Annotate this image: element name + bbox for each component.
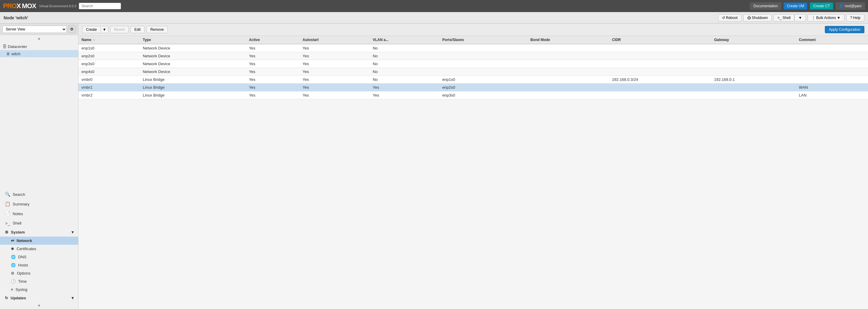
nav-dns[interactable]: 🌐 DNS	[0, 253, 78, 261]
nav-shell[interactable]: >_ Shell	[0, 218, 78, 228]
remove-button[interactable]: Remove	[146, 26, 168, 33]
table-row[interactable]: enp4s0Network DeviceYesYesNo	[79, 68, 868, 76]
reboot-button[interactable]: ↺ Reboot	[718, 14, 742, 22]
apply-config-button[interactable]: Apply Configuration	[825, 26, 864, 33]
nav-system-group[interactable]: ⚙ System ▼	[0, 228, 78, 237]
nav-updates-group[interactable]: ↻ Updates ▼	[0, 293, 78, 302]
updates-icon: ↻	[5, 296, 8, 300]
updates-arrow-icon: ▼	[71, 296, 74, 300]
cell-cidr	[609, 68, 711, 76]
user-button[interactable]: 👤 root@pam	[836, 2, 865, 10]
nav-certificates-label: Certificates	[17, 247, 36, 251]
cell-active: Yes	[246, 60, 300, 68]
col-gateway[interactable]: Gateway	[711, 36, 796, 44]
hosts-icon: 🌐	[11, 263, 16, 267]
cell-ports	[439, 68, 527, 76]
col-active[interactable]: Active	[246, 36, 300, 44]
nav-syslog[interactable]: ≡ Syslog	[0, 285, 78, 293]
cell-autostart: Yes	[300, 84, 370, 91]
cell-autostart: Yes	[300, 76, 370, 84]
nav-network[interactable]: ⇌ Network	[0, 237, 78, 245]
top-bar: PROX MOX Virtual Environment 8.0.3 Docum…	[0, 0, 868, 12]
nav-summary-label: Summary	[13, 202, 30, 207]
main-layout: Server View ⚙ ▲ 🗄 Datacenter 🖥 witch 🔍 S…	[0, 24, 868, 309]
tree-datacenter[interactable]: 🗄 Datacenter	[0, 43, 78, 50]
revert-button[interactable]: Revert	[110, 26, 129, 33]
gear-button[interactable]: ⚙	[68, 25, 76, 33]
table-row[interactable]: vmbr2Linux BridgeYesYesYesenp3s0LAN	[79, 91, 868, 99]
nav-search[interactable]: 🔍 Search	[0, 189, 78, 199]
cell-autostart: Yes	[300, 60, 370, 68]
bulk-actions-button[interactable]: ⋮ Bulk Actions ▼	[808, 14, 844, 22]
nav-summary[interactable]: 📋 Summary	[0, 199, 78, 209]
cell-active: Yes	[246, 52, 300, 60]
cell-ports	[439, 52, 527, 60]
cell-comment	[796, 76, 868, 84]
table-row[interactable]: vmbr1Linux BridgeYesYesYesenp2s0WAN	[79, 84, 868, 91]
table-row[interactable]: enp2s0Network DeviceYesYesNo	[79, 52, 868, 60]
scroll-up-arrow[interactable]: ▲	[0, 35, 78, 42]
shell-dropdown-button[interactable]: ▼	[794, 14, 806, 22]
table-row[interactable]: enp1s0Network DeviceYesYesNo	[79, 44, 868, 52]
create-vm-button[interactable]: Create VM	[783, 2, 807, 10]
server-view-select[interactable]: Server View	[2, 26, 67, 33]
nav-notes[interactable]: 📄 Notes	[0, 209, 78, 218]
col-bond[interactable]: Bond Mode	[527, 36, 609, 44]
top-search-input[interactable]	[79, 3, 121, 9]
shutdown-button[interactable]: ⏻ Shutdown	[743, 14, 772, 22]
nav-options[interactable]: ⚙ Options	[0, 269, 78, 277]
col-ports[interactable]: Ports/Slaves	[439, 36, 527, 44]
nav-time[interactable]: 🕐 Time	[0, 277, 78, 285]
scroll-down-arrow[interactable]: ▼	[0, 302, 78, 309]
nav-dns-label: DNS	[18, 255, 26, 259]
edit-button[interactable]: Edit	[130, 26, 145, 33]
table-row[interactable]: enp3s0Network DeviceYesYesNo	[79, 60, 868, 68]
nav-hosts[interactable]: 🌐 Hosts	[0, 261, 78, 269]
help-button[interactable]: ? Help	[846, 14, 864, 22]
cell-gateway: 192.168.0.1	[711, 76, 796, 84]
shell-label: Shell	[783, 16, 791, 20]
network-toolbar: Create ▼ Revert Edit Remove Apply Config…	[79, 24, 868, 36]
content-area: Create ▼ Revert Edit Remove Apply Config…	[79, 24, 868, 309]
cell-type: Network Device	[140, 60, 246, 68]
dns-icon: 🌐	[11, 255, 16, 259]
documentation-button[interactable]: Documentation	[750, 2, 781, 10]
nav-search-label: Search	[13, 192, 25, 197]
user-label: root@pam	[845, 4, 862, 8]
cell-gateway	[711, 91, 796, 99]
col-vlan[interactable]: VLAN a...	[370, 36, 439, 44]
cell-vlan: Yes	[370, 91, 439, 99]
create-button[interactable]: Create	[82, 26, 100, 33]
col-cidr[interactable]: CIDR	[609, 36, 711, 44]
create-dropdown-button[interactable]: ▼	[100, 26, 108, 33]
logo-ve-text: Virtual Environment 8.0.3	[39, 4, 76, 8]
col-autostart[interactable]: Autostart	[300, 36, 370, 44]
notes-icon: 📄	[5, 211, 10, 216]
nav-updates-label: Updates	[10, 296, 26, 300]
left-panel: Server View ⚙ ▲ 🗄 Datacenter 🖥 witch 🔍 S…	[0, 24, 79, 309]
bulk-label: Bulk Actions	[816, 16, 836, 20]
col-type[interactable]: Type	[140, 36, 246, 44]
col-name[interactable]: Name ↑	[79, 36, 140, 44]
cell-type: Linux Bridge	[140, 84, 246, 91]
col-comment[interactable]: Comment	[796, 36, 868, 44]
cell-name: vmbr2	[79, 91, 140, 99]
node-icon: 🖥	[6, 51, 10, 56]
datacenter-icon: 🗄	[2, 44, 7, 49]
shutdown-icon: ⏻	[747, 16, 751, 20]
nav-hosts-label: Hosts	[18, 263, 28, 267]
cell-name: enp1s0	[79, 44, 140, 52]
summary-icon: 📋	[5, 201, 10, 207]
nav-certificates[interactable]: ✱ Certificates	[0, 245, 78, 253]
shell-button-group: >_ Shell ▼	[774, 14, 806, 22]
cell-ports: enp1s0	[439, 76, 527, 84]
shell-button[interactable]: >_ Shell	[774, 14, 794, 22]
cell-autostart: Yes	[300, 68, 370, 76]
table-row[interactable]: vmbr0Linux BridgeYesYesNoenp1s0192.168.0…	[79, 76, 868, 84]
tree-node-witch[interactable]: 🖥 witch	[0, 50, 78, 57]
create-ct-button[interactable]: Create CT	[810, 2, 833, 10]
options-icon: ⚙	[11, 271, 14, 276]
cell-comment	[796, 60, 868, 68]
nav-options-label: Options	[17, 271, 30, 276]
node-label: witch	[11, 52, 21, 56]
